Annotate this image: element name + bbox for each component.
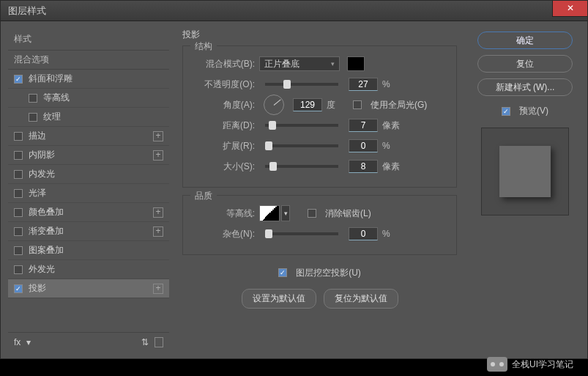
add-effect-icon[interactable]: +	[153, 284, 163, 294]
effect-label: 投影	[29, 282, 46, 295]
ok-button[interactable]: 确定	[477, 32, 573, 49]
effect-4[interactable]: 内阴影+	[8, 146, 169, 165]
preview-label: 预览(V)	[519, 105, 548, 117]
window-title: 图层样式	[1, 4, 46, 18]
angle-dial[interactable]	[264, 95, 284, 115]
effect-1[interactable]: 等高线	[8, 89, 169, 108]
spread-unit: %	[382, 141, 404, 151]
shadow-color-swatch[interactable]	[347, 56, 365, 71]
close-button[interactable]: ✕	[552, 1, 587, 17]
preview-checkbox[interactable]	[502, 107, 510, 116]
angle-label: 角度(A):	[192, 99, 255, 111]
size-slider[interactable]	[265, 165, 338, 168]
effect-checkbox[interactable]	[14, 170, 23, 179]
settings-panel: 投影 结构 混合模式(B): 正片叠底▾ 不透明度(O): 27 % 角度(A)…	[176, 29, 463, 351]
blend-mode-label: 混合模式(B):	[192, 58, 255, 70]
effect-label: 纹理	[43, 111, 61, 123]
effect-10[interactable]: 外发光	[8, 260, 169, 279]
effect-11[interactable]: 投影+	[8, 279, 169, 298]
layer-style-dialog: 图层样式 ✕ 样式 混合选项 斜面和浮雕等高线纹理描边+内阴影+内发光光泽颜色叠…	[0, 0, 588, 359]
effect-checkbox[interactable]	[14, 208, 23, 217]
add-effect-icon[interactable]: +	[153, 226, 163, 237]
blend-mode-select[interactable]: 正片叠底▾	[259, 56, 340, 71]
effect-checkbox[interactable]	[29, 94, 37, 103]
effect-checkbox[interactable]	[14, 132, 23, 141]
effect-7[interactable]: 颜色叠加+	[8, 203, 169, 222]
cancel-button[interactable]: 复位	[477, 55, 573, 73]
reset-default-button[interactable]: 复位为默认值	[324, 289, 398, 309]
effect-checkbox[interactable]	[14, 151, 23, 160]
effect-9[interactable]: 图案叠加	[8, 241, 169, 260]
effect-0[interactable]: 斜面和浮雕	[8, 70, 169, 89]
knockout-checkbox[interactable]	[278, 268, 287, 277]
noise-label: 杂色(N):	[192, 228, 255, 240]
effect-2[interactable]: 纹理	[8, 108, 169, 127]
effect-label: 内阴影	[29, 149, 55, 161]
fx-icon[interactable]: fx	[14, 337, 21, 347]
blend-options-header[interactable]: 混合选项	[8, 50, 169, 70]
structure-legend: 结构	[190, 40, 217, 53]
effect-label: 内发光	[29, 168, 55, 180]
size-value[interactable]: 8	[349, 160, 378, 173]
add-effect-icon[interactable]: +	[153, 131, 163, 141]
distance-slider[interactable]	[265, 124, 338, 127]
contour-picker[interactable]	[259, 205, 280, 221]
watermark: 全栈UI学习笔记	[487, 357, 573, 372]
spread-label: 扩展(R):	[192, 140, 255, 152]
effect-label: 斜面和浮雕	[29, 73, 72, 85]
size-unit: 像素	[382, 161, 404, 173]
distance-unit: 像素	[382, 119, 404, 132]
contour-label: 等高线:	[192, 207, 255, 220]
spread-slider[interactable]	[265, 144, 338, 147]
up-down-icon[interactable]: ⇅	[141, 337, 149, 347]
opacity-label: 不透明度(O):	[192, 78, 255, 91]
effect-5[interactable]: 内发光	[8, 165, 169, 184]
effect-checkbox[interactable]	[14, 246, 23, 255]
noise-value[interactable]: 0	[349, 227, 378, 240]
contour-dropdown[interactable]: ▾	[281, 205, 290, 221]
add-effect-icon[interactable]: +	[153, 150, 163, 161]
titlebar[interactable]: 图层样式 ✕	[1, 1, 587, 21]
effect-checkbox[interactable]	[14, 284, 23, 293]
effect-6[interactable]: 光泽	[8, 184, 169, 203]
global-light-label: 使用全局光(G)	[371, 99, 427, 111]
quality-legend: 品质	[190, 190, 217, 202]
knockout-label: 图层挖空投影(U)	[296, 267, 361, 279]
noise-slider[interactable]	[265, 232, 338, 235]
opacity-value[interactable]: 27	[349, 78, 378, 91]
effect-checkbox[interactable]	[14, 265, 23, 274]
antialias-checkbox[interactable]	[308, 209, 316, 218]
new-style-button[interactable]: 新建样式 (W)...	[477, 78, 573, 96]
effect-3[interactable]: 描边+	[8, 127, 169, 146]
effect-checkbox[interactable]	[29, 113, 37, 122]
opacity-unit: %	[382, 79, 404, 89]
effect-checkbox[interactable]	[14, 227, 23, 236]
noise-unit: %	[382, 229, 404, 239]
preview-swatch	[499, 146, 551, 197]
add-effect-icon[interactable]: +	[153, 207, 163, 218]
quality-fieldset: 品质 等高线: ▾ 消除锯齿(L) 杂色(N): 0 %	[182, 195, 457, 255]
styles-header: 样式	[8, 29, 169, 50]
section-title: 投影	[182, 29, 457, 41]
effect-checkbox[interactable]	[14, 189, 23, 198]
preview-box	[481, 128, 569, 215]
effect-label: 渐变叠加	[29, 225, 64, 237]
fx-menu-arrow[interactable]: ▾	[26, 337, 31, 347]
angle-unit: 度	[327, 99, 349, 111]
action-panel: 确定 复位 新建样式 (W)... 预览(V)	[470, 29, 580, 351]
set-default-button[interactable]: 设置为默认值	[242, 289, 316, 309]
opacity-slider[interactable]	[265, 83, 338, 86]
effects-footer: fx ▾ ⇅	[8, 332, 169, 351]
distance-label: 距离(D):	[192, 119, 255, 132]
trash-icon[interactable]	[155, 337, 163, 347]
effects-panel: 样式 混合选项 斜面和浮雕等高线纹理描边+内阴影+内发光光泽颜色叠加+渐变叠加+…	[8, 29, 169, 351]
effect-label: 外发光	[29, 263, 55, 276]
chevron-down-icon: ▾	[331, 60, 335, 67]
effect-8[interactable]: 渐变叠加+	[8, 222, 169, 241]
spread-value[interactable]: 0	[349, 139, 378, 152]
distance-value[interactable]: 7	[349, 119, 378, 132]
effect-checkbox[interactable]	[14, 75, 23, 84]
angle-value[interactable]: 129	[293, 98, 322, 111]
global-light-checkbox[interactable]	[353, 100, 362, 109]
effect-label: 描边	[29, 130, 46, 142]
